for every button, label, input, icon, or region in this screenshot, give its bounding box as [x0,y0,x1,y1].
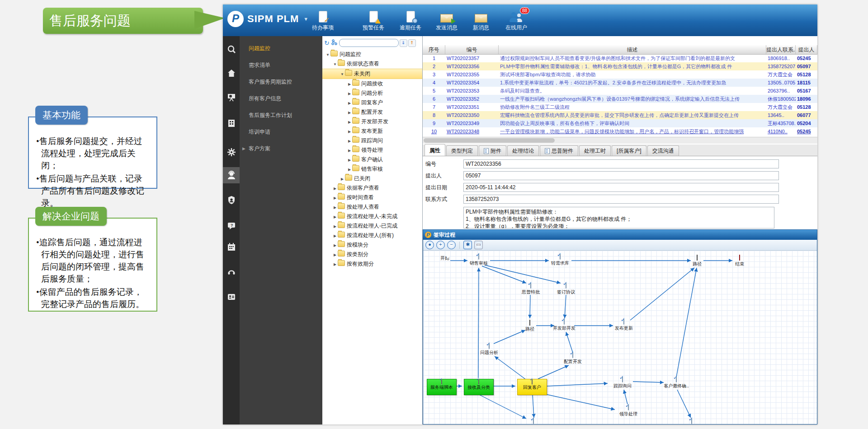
node-issue-analysis[interactable]: 问题分析 [476,344,502,356]
menu-item-issue-monitor[interactable]: 问题监控 [240,42,322,54]
node-end[interactable]: 结束 [727,255,752,267]
node-dev-dept[interactable]: 开发部开发 [552,319,577,331]
menu-item-all-customers[interactable]: 所有客户信息 [240,93,322,104]
tree-item[interactable]: ▶回复客户 [322,98,422,107]
scrollbar-thumb[interactable] [424,138,555,143]
customer-service-icon[interactable] [223,167,240,183]
sipm-search-icon[interactable] [223,42,240,58]
tree-item[interactable]: ▶按流程处理人(所有) [322,231,422,240]
tree-item[interactable]: ▶开发部开发 [322,117,422,126]
tab-attributes[interactable]: 属性 [425,144,445,156]
security-icon[interactable] [223,192,240,208]
contact-field[interactable] [463,195,779,204]
node-sipm-special[interactable]: 思普特批 [518,283,543,295]
tree-item[interactable]: ▶问题分析 [322,89,422,98]
calendar-icon[interactable] [223,239,240,255]
node-route-top[interactable]: 路径 [684,255,710,267]
tree-item[interactable]: ▶按类别分 [322,250,422,259]
node-service-script[interactable]: 服务端脚本 [427,379,457,395]
overdue-tasks-button[interactable]: 逾期任务 [391,9,430,32]
id-card-icon[interactable] [223,289,240,305]
menu-item-customer-scheme[interactable]: ▶ 客户方案 [240,143,322,154]
zoom-in-icon[interactable]: + [436,241,445,249]
table-row[interactable]: 6WT202023352一线生产平板扫码枪（wangzhongzhi展风下单）设… [423,95,817,103]
tree-item[interactable]: ▶销售审核 [322,164,422,174]
node-release-update[interactable]: 发布更新 [611,319,637,331]
table-row[interactable]: 8WT202023350宏耀科技物流仓管理系统内部人员变更的审批，提交下同步研发… [423,111,817,119]
menu-item-customer-cycle[interactable]: 客户服务周期监控 [240,76,322,88]
brand[interactable]: P SIPM PLM ▼ [227,11,308,27]
tree-item[interactable]: ▶已关闭 [322,174,422,183]
tree-item[interactable]: ▶依据客户查看 [322,183,422,193]
zoom-reset-icon[interactable]: ● [425,241,434,249]
tab-communication[interactable]: 交流沟通 [647,145,679,156]
monitor-icon[interactable]: ▭ [474,241,483,249]
node-customer-confirm[interactable]: 客户最终确.. [664,377,689,389]
table-row[interactable]: 3WT202023355测试环境部署bpm/审核查询功能，请求协助万大霞立会05… [423,70,817,79]
warning-tasks-button[interactable]: 预警任务 [354,9,393,32]
gear-icon[interactable]: ✱ [463,241,472,249]
col-no[interactable]: 序号 [423,45,445,54]
submit-date-field[interactable] [463,183,779,192]
hierarchy-icon[interactable] [331,39,337,47]
tree-item[interactable]: ▶跟踪询问 [322,136,422,145]
node-route-mid[interactable]: 路径 [517,320,542,332]
online-users-button[interactable]: 88 在线用户 [497,9,536,32]
node-reply-customer[interactable]: 回复客户 [517,379,547,395]
node-sales-review[interactable]: 销售审核 [466,254,491,266]
col-person[interactable]: 提出人 [796,45,817,54]
table-row[interactable]: 2WT202023356PLM中零部件物料属性需要辅助修改：1、物料名称包含漆包… [423,62,817,70]
tree-item[interactable]: ▶按处理人查看 [322,202,422,212]
tab-sipm-attachments[interactable]: 思普附件 [540,145,578,156]
table-row[interactable]: 7WT202023351协助修改附件名三级工二级流程万大霞立会05128 [423,103,817,111]
table-row-selected[interactable]: 10WT202023348一平台管理模块新增，功能二级菜单，问题反馈模块功能增加… [423,127,817,135]
question-chat-icon[interactable]: ? [223,218,240,234]
menu-item-demand-list[interactable]: 需求清单 [240,59,322,71]
tree-item[interactable]: ▶按流程处理人-已完成 [322,221,422,231]
tree-item[interactable]: ▶客户确认 [322,155,422,164]
tree-item[interactable]: ▶按流程处理人-未完成 [322,212,422,221]
node-track-inquiry[interactable]: 跟踪询问 [610,377,635,389]
send-message-button[interactable]: 发送消息 [427,9,466,32]
description-textarea[interactable]: PLM中零部件物料属性需要辅助修改： 1、物料名称包含漆包线的，计量单位都是G，… [463,207,774,228]
submitter-field[interactable] [463,171,779,180]
menu-item-training[interactable]: 培训申请 [240,126,322,138]
tree-item[interactable]: ▶按有效期分 [322,259,422,269]
horizontal-scrollbar[interactable] [423,137,817,144]
tree-search-input[interactable] [339,39,399,47]
tree-item[interactable]: ▼问题监控 [322,50,422,59]
col-desc[interactable]: 描述 [499,45,766,54]
col-code[interactable]: 编号 [445,45,499,54]
search-down-icon[interactable]: ⇓ [400,39,407,47]
table-row[interactable]: 1WT202023357通过权限规则控制车间人员不能查看变更/升级单的图纸和技术… [423,54,817,62]
menu-item-service-plan[interactable]: 售后服务工作计划 [240,109,322,121]
organization-icon[interactable] [223,115,240,131]
tree-item[interactable]: ▶问题接收 [322,79,422,89]
table-row[interactable]: 5WT202023353条码及时问题查查。2063796..05167 [423,87,817,95]
home-icon[interactable] [223,65,240,81]
tree-item[interactable]: ▶按时间查看 [322,193,422,202]
table-row[interactable]: 9WT202023349因功能会议上周反映事项，所有各色价格下，评审确认时间王标… [423,119,817,127]
todo-items-button[interactable]: 待办事项 [303,9,342,32]
tree-item[interactable]: ▶发布更新 [322,126,422,136]
code-field[interactable] [463,159,779,168]
dashboard-icon[interactable] [223,89,240,105]
node-receive-classify[interactable]: 接收及分类 [464,379,494,395]
node-sign-agreement[interactable]: 签订协议 [553,283,579,295]
settings-icon[interactable] [223,144,240,160]
col-contact[interactable]: 提出人联系... [766,45,796,54]
node-partial[interactable] [679,419,704,424]
node-start[interactable]: 开始 [432,254,458,261]
tab-attachments[interactable]: 附件 [479,145,506,156]
support-headset-icon[interactable] [223,263,240,280]
node-config-dev[interactable]: 配置开发 [560,353,585,365]
node-to-demand-lib[interactable]: 转需求库 [547,254,573,266]
tree-item[interactable]: ▶领导处理 [322,145,422,155]
table-row[interactable]: 4WT2020233541.系统中变更单审批流程，单号：45021的不发起。2.… [423,79,817,87]
node-partial[interactable] [521,419,546,424]
new-message-button[interactable]: 新消息 [462,9,500,32]
tree-item[interactable]: ▼依据状态查看 [322,59,422,69]
workflow-titlebar[interactable]: P 签审过程 [423,230,817,240]
tab-work-hours[interactable]: 处理工时 [579,145,611,156]
tree-item[interactable]: ▶配置开发 [322,107,422,117]
